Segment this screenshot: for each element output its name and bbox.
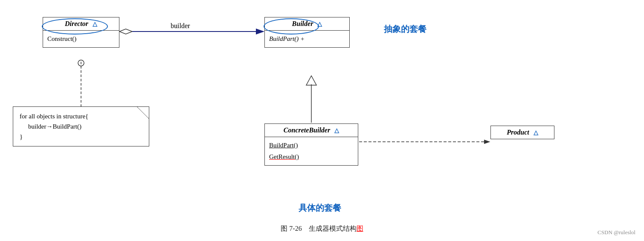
- concrete-method-buildpart: BuildPart(): [269, 140, 354, 151]
- note-content: for all objects in structure{ builder→Bu…: [13, 107, 149, 146]
- builder-method-buildpart: BuildPart() +: [269, 33, 345, 45]
- diagram-container: builder Director △ Construct() Builder △…: [0, 0, 644, 241]
- abstract-label: 抽象的套餐: [384, 23, 426, 35]
- note-line-2: builder→BuildPart(): [28, 121, 142, 132]
- director-box-header: Director △: [43, 17, 119, 31]
- builder-triangle: △: [317, 21, 322, 27]
- builder-arrow-label: builder: [171, 22, 190, 30]
- figure-caption-text: 图 7-26 生成器模式结构: [281, 225, 356, 232]
- product-box-header: Product △: [491, 126, 554, 139]
- inherit-triangle: [306, 76, 316, 85]
- svg-point-6: [78, 60, 84, 66]
- aggregation-diamond: [119, 29, 132, 34]
- figure-caption: 图 7-26 生成器模式结构图: [281, 224, 363, 233]
- concrete-builder-class-name: ConcreteBuilder: [284, 126, 330, 134]
- product-class-name: Product: [507, 129, 529, 136]
- product-triangle: △: [534, 129, 538, 136]
- product-box: Product △: [490, 126, 554, 139]
- director-box: Director △ Construct(): [43, 17, 119, 48]
- builder-box-body: BuildPart() +: [265, 31, 349, 47]
- note-corner: [137, 107, 149, 119]
- builder-box-header: Builder △: [265, 17, 349, 31]
- concrete-method-getresult: GetResult(): [269, 151, 354, 163]
- note-box: for all objects in structure{ builder→Bu…: [13, 106, 149, 146]
- director-method-construct: Construct(): [47, 33, 115, 45]
- figure-caption-underlined: 图: [357, 225, 363, 232]
- concrete-builder-body: BuildPart() GetResult(): [265, 137, 358, 165]
- concrete-builder-triangle: △: [334, 127, 339, 134]
- concrete-builder-header: ConcreteBuilder △: [265, 124, 358, 137]
- note-line-3: }: [20, 132, 142, 142]
- director-triangle: △: [93, 21, 97, 27]
- director-box-body: Construct(): [43, 31, 119, 47]
- watermark: CSDN @ruleslol: [598, 229, 635, 236]
- director-class-name: Director: [65, 20, 88, 27]
- concrete-label: 具体的套餐: [299, 202, 341, 214]
- note-line-1: for all objects in structure{: [20, 111, 142, 121]
- builder-box: Builder △ BuildPart() +: [264, 17, 350, 48]
- builder-class-name: Builder: [292, 20, 313, 27]
- concrete-builder-box: ConcreteBuilder △ BuildPart() GetResult(…: [264, 123, 358, 166]
